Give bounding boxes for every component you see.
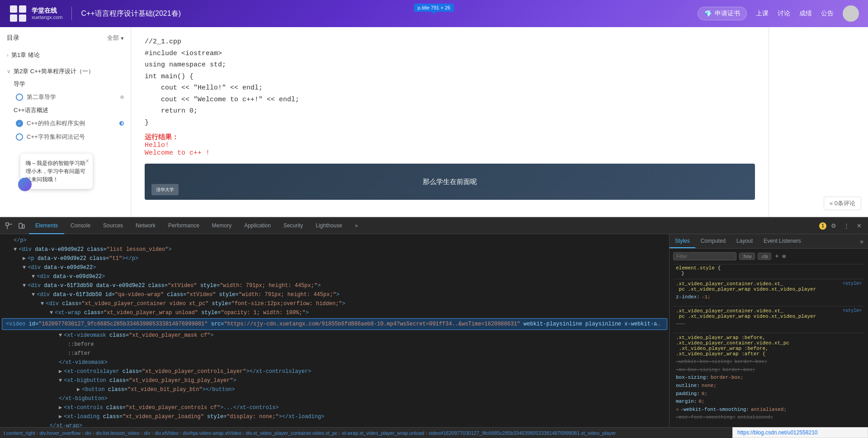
style-prop-strikethrough [676, 320, 862, 329]
nav-link-notice[interactable]: 公告 [821, 9, 834, 18]
hov-button[interactable]: :hov [739, 253, 755, 260]
right-tab-layout[interactable]: Layout [731, 234, 758, 248]
devtools: Elements Console Sources Network Perform… [0, 217, 868, 438]
chatbot-close[interactable]: × [85, 156, 89, 166]
tab-elements[interactable]: Elements [29, 218, 64, 234]
lesson-circle-1 [16, 94, 23, 101]
bc-hover-overflow[interactable]: div.hover_overflow [39, 430, 80, 436]
tab-more[interactable]: » [349, 218, 364, 234]
elem-p-close[interactable]: </p> [0, 236, 669, 245]
svg-rect-8 [23, 225, 24, 228]
chatbot-text: 嗨～我是你的智能学习助理小木，学习中有问题可以来问我哦！ [26, 159, 87, 184]
devtools-tabs: Elements Console Sources Network Perform… [29, 218, 817, 234]
elem-xt-loading[interactable]: ▶<xt-loading class="xt_video_player_load… [0, 412, 669, 421]
elem-xt-controls[interactable]: ▶<xt-controls class="xt_video_player_con… [0, 403, 669, 412]
elem-xt-bigbutton[interactable]: ▼<xt-bigbutton class="xt_video_player_bi… [0, 376, 669, 385]
chatbot-avatar [18, 178, 32, 191]
bc-qa-video[interactable]: div#qa-video-wrap.xtVideo [183, 430, 241, 436]
elem-xt-videomask-close[interactable]: </xt-videomask> [0, 358, 669, 367]
bc-video[interactable]: video#1620977030127_9fc6685c285b33463980… [429, 430, 616, 436]
elem-div-xtvideo[interactable]: ▼<div data-v-61f3db50 data-v-e09d9e22 cl… [0, 281, 669, 290]
elem-after[interactable]: ::after [0, 349, 669, 358]
cert-button[interactable]: 💎 申请证书 [698, 7, 747, 20]
lesson-item-1[interactable]: 第二章导学 [7, 90, 124, 104]
chapter-1: › 第1章 绪论 [7, 49, 124, 61]
elem-xtwrap-close[interactable]: </xt-wrap> [0, 421, 669, 427]
styles-filter-input[interactable] [673, 252, 736, 260]
elem-p-t1[interactable]: ▶<p data-v-e09d9e22 class="t1"></p> [0, 254, 669, 263]
code-line-3: int main() { [145, 71, 755, 83]
tab-lighthouse[interactable]: Lighthouse [309, 218, 349, 234]
style-selector-2: <style> .xt_video_player_container.video… [676, 308, 862, 319]
tab-performance[interactable]: Performance [162, 218, 206, 234]
devtools-top-right: 1 ⚙ ⋮ ✕ [819, 221, 864, 231]
nav-link-class[interactable]: 上课 [756, 9, 769, 18]
result-section: 运行结果： Hello! Welcome to c++ ! [145, 133, 755, 157]
user-avatar[interactable] [843, 5, 859, 22]
close-devtools-btn[interactable]: ✕ [854, 221, 864, 231]
elem-div-player-container[interactable]: ▼<div class="xt_video_player_container v… [0, 299, 669, 308]
elem-video-selected[interactable]: <video id="1620977030127_9fc6685c285b334… [2, 318, 667, 330]
elem-div-list[interactable]: ▼<div data-v-e09d9e22 class="list lesson… [0, 245, 669, 254]
sidebar-all-btn[interactable]: 全部 ▾ [107, 34, 124, 42]
nav-bar: 学堂在线 xuetangx.com C++语言程序设计基础(2021春) 💎 申… [0, 0, 868, 27]
tab-network[interactable]: Network [129, 218, 162, 234]
vertical-dots-btn[interactable]: ⋮ [841, 221, 852, 231]
nav-link-discuss[interactable]: 讨论 [778, 9, 790, 18]
inspect-element-btn[interactable] [4, 221, 14, 231]
devtools-right: Styles Computed Layout Event Listeners »… [669, 234, 868, 427]
add-style-btn[interactable]: + [775, 253, 778, 260]
elem-xt-wrap[interactable]: ▼<xt-wrap class="xt_video_player_wrap un… [0, 308, 669, 317]
elem-xt-videomask[interactable]: ▼<xt-videomask class="xt_video_player_ma… [0, 331, 669, 340]
nav-divider [71, 7, 72, 20]
bc-xtvideo[interactable]: div.xtVideo [155, 430, 179, 436]
bc-xtwrap[interactable]: xt-wrap.xt_video_player_wrap.unload [342, 430, 424, 436]
chapter2-arrow: ∨ [7, 68, 11, 75]
right-tab-more[interactable]: » [855, 234, 868, 248]
code-line-7: } [145, 117, 755, 129]
devtools-right-tabs: Styles Computed Layout Event Listeners » [670, 234, 868, 249]
tab-security[interactable]: Security [277, 218, 309, 234]
elem-div-2[interactable]: ▼<div data-v-e09d9e22> [0, 263, 669, 272]
styles-filter: :hov .cls + ⊞ [673, 252, 864, 260]
nav-logo: 学堂在线 xuetangx.com [9, 5, 62, 23]
bc-list-lesson[interactable]: div.list.lesson_video [96, 430, 140, 436]
right-tab-event[interactable]: Event Listeners [758, 234, 807, 248]
tab-application[interactable]: Application [238, 218, 277, 234]
svg-rect-2 [10, 14, 17, 22]
lesson-item-3[interactable]: C++字符集和词法记号 [7, 130, 124, 144]
bc-div2[interactable]: div [144, 430, 150, 436]
comment-button[interactable]: « 0条评论 [824, 197, 861, 210]
bc-player-container[interactable]: div.xt_video_player_container.video.xt_p… [246, 430, 338, 436]
elem-div-qa-video[interactable]: ▼<div data-v-61f3db50 id="qa-video-wrap"… [0, 290, 669, 299]
tab-memory[interactable]: Memory [206, 218, 238, 234]
elem-before[interactable]: ::before [0, 340, 669, 349]
right-tab-computed[interactable]: Computed [695, 234, 731, 248]
svg-rect-1 [19, 5, 26, 13]
cls-button[interactable]: .cls [758, 253, 772, 260]
elem-xt-bigbutton-close[interactable]: </xt-bigbutton> [0, 394, 669, 403]
tab-sources[interactable]: Sources [97, 218, 129, 234]
lesson-item-2[interactable]: ✓ C++的特点和程序实例 [7, 117, 124, 130]
prop-webkit-box: -webkit-box-sizing: border-box; [676, 358, 862, 366]
prop-outline: outline: none; [676, 382, 862, 390]
styles-panel: :hov .cls + ⊞ element.style { } <style> … [670, 249, 868, 427]
elements-panel: </p> ▼<div data-v-e09d9e22 class="list l… [0, 234, 669, 427]
right-tab-styles[interactable]: Styles [670, 234, 695, 248]
elem-xt-controlslayer[interactable]: ▶<xt-controlslayer class="xt_video_playe… [0, 367, 669, 376]
video-thumbnail[interactable]: 清华大学 那么学生在前面呢 [145, 164, 755, 200]
chatbot-widget: × 嗨～我是你的智能学习助理小木，学习中有问题可以来问我哦！ [20, 154, 93, 189]
bc-div[interactable]: div [85, 430, 91, 436]
svg-rect-3 [19, 14, 26, 22]
code-line-6: return 0; [145, 105, 755, 117]
elem-div-3[interactable]: ▼<div data-v-e09d9e22> [0, 272, 669, 281]
elem-button-play[interactable]: ▶<button class="xt_video_bit_play_btn"><… [0, 385, 669, 394]
tab-console[interactable]: Console [64, 218, 97, 234]
bc-content-right[interactable]: t.content_right [4, 430, 35, 436]
nav-link-score[interactable]: 成绩 [799, 9, 812, 18]
code-area: //2_1.cpp #include <iostream> using name… [131, 27, 769, 217]
section-title: 导学 [7, 78, 124, 90]
settings-btn[interactable]: ⚙ [828, 221, 839, 231]
device-toggle-btn[interactable] [16, 221, 27, 231]
result-title: 运行结果： [145, 133, 755, 141]
